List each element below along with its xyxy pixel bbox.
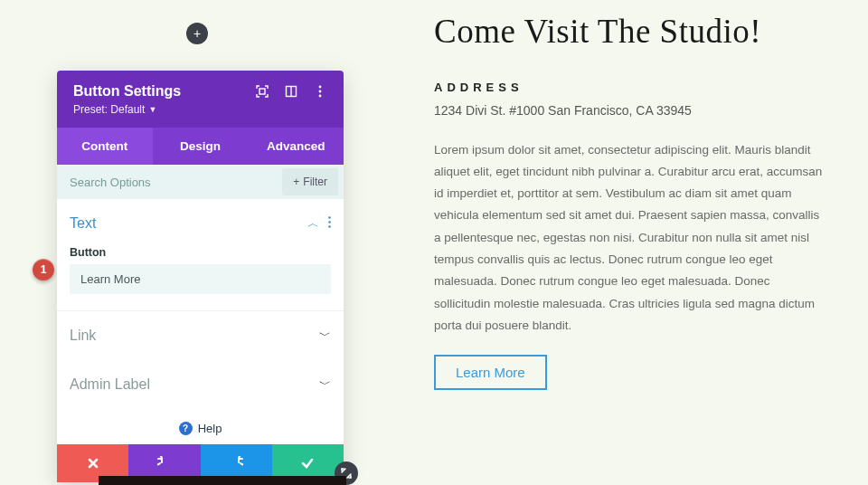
preset-dropdown[interactable]: Preset: Default ▼ <box>73 103 156 116</box>
section-admin-label[interactable]: Admin Label ﹀ <box>57 360 344 409</box>
plus-icon: + <box>293 176 299 188</box>
help-label: Help <box>198 422 222 435</box>
help-link[interactable]: ? Help <box>57 409 344 444</box>
tab-advanced[interactable]: Advanced <box>248 128 344 165</box>
more-icon[interactable] <box>313 84 327 99</box>
tab-content[interactable]: Content <box>57 128 153 165</box>
chevron-down-icon: ﹀ <box>319 328 331 344</box>
tab-design[interactable]: Design <box>153 128 249 165</box>
filter-button[interactable]: + Filter <box>282 168 338 195</box>
expand-icon[interactable] <box>255 84 269 99</box>
svg-point-5 <box>319 95 322 98</box>
page-heading: Come Visit The Studio! <box>434 13 823 52</box>
chevron-up-icon: ︿ <box>307 215 319 232</box>
svg-point-3 <box>319 86 322 89</box>
plus-icon: + <box>193 26 201 41</box>
search-row: + Filter <box>57 165 344 199</box>
svg-point-6 <box>328 216 331 219</box>
svg-point-8 <box>328 225 331 228</box>
search-input[interactable] <box>57 166 277 199</box>
undo-icon <box>157 456 172 471</box>
body-text: Lorem ipsum dolor sit amet, consectetur … <box>434 139 823 338</box>
filter-label: Filter <box>303 176 327 188</box>
button-text-input[interactable] <box>70 264 331 294</box>
close-icon <box>87 457 99 470</box>
svg-point-4 <box>319 90 322 93</box>
image-peek <box>99 476 346 485</box>
check-icon <box>300 456 315 471</box>
annotation-badge-1: 1 <box>33 259 54 281</box>
section-text-title: Text <box>70 215 96 232</box>
button-field-label: Button <box>70 246 331 259</box>
svg-rect-0 <box>259 89 265 94</box>
add-section-button[interactable]: + <box>186 23 208 44</box>
svg-point-7 <box>328 221 331 223</box>
chevron-down-icon: ﹀ <box>319 376 331 393</box>
panel-title: Button Settings <box>73 83 181 100</box>
panel-tabs: Content Design Advanced <box>57 128 344 165</box>
learn-more-button[interactable]: Learn More <box>434 355 547 390</box>
caret-down-icon: ▼ <box>148 105 156 114</box>
section-admin-title: Admin Label <box>70 376 150 393</box>
section-link-title: Link <box>70 328 96 344</box>
section-text: Text ︿ Button <box>57 199 344 311</box>
address-label: ADDRESS <box>434 81 823 94</box>
section-more-icon[interactable] <box>328 216 331 231</box>
button-settings-panel: Button Settings Preset: Default ▼ Conten… <box>57 71 344 482</box>
snap-icon[interactable] <box>284 84 298 99</box>
panel-header: Button Settings Preset: Default ▼ <box>57 71 344 128</box>
section-link[interactable]: Link ﹀ <box>57 311 344 360</box>
page-content: Come Visit The Studio! ADDRESS 1234 Divi… <box>434 13 823 390</box>
help-icon: ? <box>179 422 193 435</box>
address-value: 1234 Divi St. #1000 San Francisco, CA 33… <box>434 103 823 118</box>
preset-label: Preset: Default <box>73 103 145 116</box>
section-text-header[interactable]: Text ︿ <box>70 215 331 232</box>
redo-icon <box>229 456 243 471</box>
